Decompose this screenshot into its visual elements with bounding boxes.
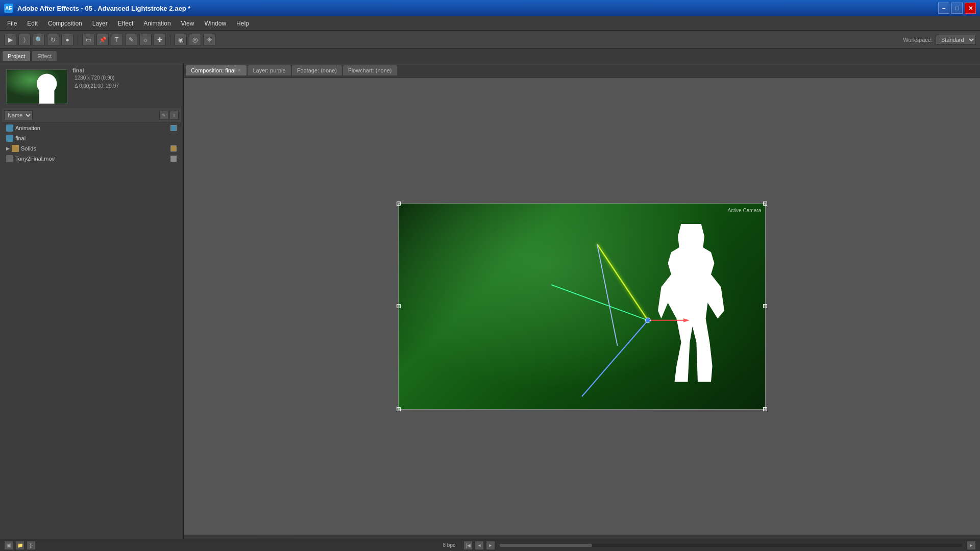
menu-composition[interactable]: Composition	[43, 18, 87, 29]
separator-1	[78, 35, 78, 45]
project-panel: final 1280 x 720 (0.90) Δ 0;00;21;00, 29…	[0, 63, 183, 551]
main-layout: final 1280 x 720 (0.90) Δ 0;00;21;00, 29…	[0, 63, 980, 551]
preview-area: final 1280 x 720 (0.90) Δ 0;00;21;00, 29…	[2, 65, 181, 108]
menu-layer[interactable]: Layer	[87, 18, 113, 29]
handle-mr[interactable]	[763, 304, 767, 308]
file-item-solids[interactable]: ▶ Solids	[2, 143, 181, 154]
clone-tool[interactable]: ✚	[154, 34, 166, 46]
tab-project[interactable]: Project	[2, 51, 31, 61]
comp-canvas: Active Camera	[398, 203, 766, 410]
file-item-animation[interactable]: Animation	[2, 123, 181, 133]
comp-icon	[6, 135, 13, 142]
workspace-dropdown[interactable]: Standard	[936, 35, 976, 45]
pencil-icon[interactable]: ✎	[159, 111, 168, 120]
video-icon	[6, 155, 13, 162]
type-icon[interactable]: T	[169, 111, 179, 120]
expand-icon: ▶	[6, 146, 10, 151]
svg-rect-2	[39, 90, 54, 104]
close-button[interactable]: ✕	[965, 3, 976, 14]
cam-tool[interactable]: ◎	[189, 34, 201, 46]
anchor-tool[interactable]: ◉	[175, 34, 187, 46]
menu-help[interactable]: Help	[231, 18, 254, 29]
text-tool[interactable]: T	[111, 34, 123, 46]
file-list-header: Name ✎ T	[2, 108, 181, 123]
handle-tr[interactable]	[763, 202, 767, 206]
tab-effect[interactable]: Effect	[32, 51, 57, 61]
tl-bottom-bar: ▣ 📁 {} 8 bpc	[0, 539, 459, 551]
tab-layer-purple[interactable]: Layer: purple	[248, 65, 290, 76]
comp-viewer: Active Camera	[184, 78, 980, 535]
panel-tab-bar: Project Effect	[0, 49, 980, 63]
color-swatch	[170, 125, 177, 131]
zoom-tool[interactable]: 🔍	[33, 34, 45, 46]
left-panel: final 1280 x 720 (0.90) Δ 0;00;21;00, 29…	[0, 63, 184, 551]
minimize-button[interactable]: –	[938, 3, 949, 14]
handle-br[interactable]	[763, 407, 767, 411]
active-camera-label: Active Camera	[727, 208, 761, 213]
tab-flowchart[interactable]: Flowchart: (none)	[343, 65, 397, 76]
human-silhouette	[658, 224, 724, 382]
tab-composition-final[interactable]: Composition: final ✕	[186, 65, 247, 76]
svg-rect-0	[7, 70, 67, 104]
tab-label: Footage: (none)	[297, 67, 337, 73]
select-tool[interactable]: ▶	[4, 34, 16, 46]
hand-tool[interactable]: 〉	[18, 34, 31, 46]
menu-file[interactable]: File	[2, 18, 22, 29]
center-area: Composition: final ✕ Layer: purple Foota…	[184, 63, 980, 551]
viewer-tabs: Composition: final ✕ Layer: purple Foota…	[184, 63, 980, 78]
sort-dropdown[interactable]: Name	[4, 110, 33, 120]
menu-animation[interactable]: Animation	[138, 18, 176, 29]
separator-2	[170, 35, 170, 45]
folder-icon	[12, 145, 19, 152]
comp-icon	[6, 124, 13, 132]
menu-window[interactable]: Window	[199, 18, 231, 29]
preview-thumbnail	[6, 69, 67, 104]
maximize-button[interactable]: □	[951, 3, 963, 14]
color-swatch	[170, 145, 177, 152]
tab-label: Layer: purple	[253, 67, 285, 73]
light-tool[interactable]: ☀	[203, 34, 215, 46]
pen-tool[interactable]: ✎	[125, 34, 137, 46]
handle-bl[interactable]	[397, 407, 401, 411]
workspace-selector: Workspace: Standard	[903, 35, 976, 45]
menu-view[interactable]: View	[176, 18, 200, 29]
file-name: Animation	[15, 125, 40, 131]
brush-tool[interactable]: ☼	[139, 34, 152, 46]
file-item-tony[interactable]: Tony2Final.mov	[2, 154, 181, 164]
rotate-tool[interactable]: ↻	[47, 34, 59, 46]
preview-resolution: 1280 x 720 (0.90)	[75, 74, 119, 82]
menu-bar: File Edit Composition Layer Effect Anima…	[0, 16, 980, 31]
handle-tl[interactable]	[397, 202, 401, 206]
pin-tool[interactable]: 📌	[96, 34, 109, 46]
tl-script[interactable]: {}	[27, 541, 36, 550]
menu-edit[interactable]: Edit	[22, 18, 43, 29]
file-name: Solids	[21, 145, 36, 152]
window-title: Adobe After Effects - 05 . Advanced Ligh…	[17, 5, 190, 12]
color-swatch	[170, 156, 177, 162]
tab-footage[interactable]: Footage: (none)	[292, 65, 342, 76]
tab-label: Flowchart: (none)	[348, 67, 392, 73]
preview-info: final 1280 x 720 (0.90) Δ 0;00;21;00, 29…	[72, 67, 121, 106]
orbit-tool[interactable]: ●	[61, 34, 74, 46]
bpc-display: 8 bpc	[443, 542, 455, 548]
preview-name: final	[72, 67, 121, 73]
tab-label: Composition: final	[191, 67, 235, 73]
file-list: Animation final ▶ Solids Tony2Final.mov	[2, 123, 181, 164]
tab-close-icon[interactable]: ✕	[237, 68, 241, 73]
handle-ml[interactable]	[397, 304, 401, 308]
file-list-icons: ✎ T	[159, 111, 179, 120]
toolbar: ▶ 〉 🔍 ↻ ● ▭ 📌 T ✎ ☼ ✚ ◉ ◎ ☀ Workspace: S…	[0, 31, 980, 49]
title-bar: AE Adobe After Effects - 05 . Advanced L…	[0, 0, 980, 16]
window-controls: – □ ✕	[938, 3, 976, 14]
preview-duration: Δ 0;00;21;00, 29.97	[75, 83, 119, 90]
tl-folder[interactable]: 📁	[15, 541, 24, 550]
file-name: Tony2Final.mov	[15, 156, 55, 162]
svg-point-5	[645, 317, 650, 322]
menu-effect[interactable]: Effect	[113, 18, 138, 29]
rect-tool[interactable]: ▭	[82, 34, 94, 46]
workspace-label: Workspace:	[903, 37, 933, 43]
tl-new-comp[interactable]: ▣	[4, 541, 13, 550]
file-name: final	[15, 135, 26, 141]
app-icon: AE	[4, 4, 13, 13]
file-item-final[interactable]: final	[2, 133, 181, 143]
